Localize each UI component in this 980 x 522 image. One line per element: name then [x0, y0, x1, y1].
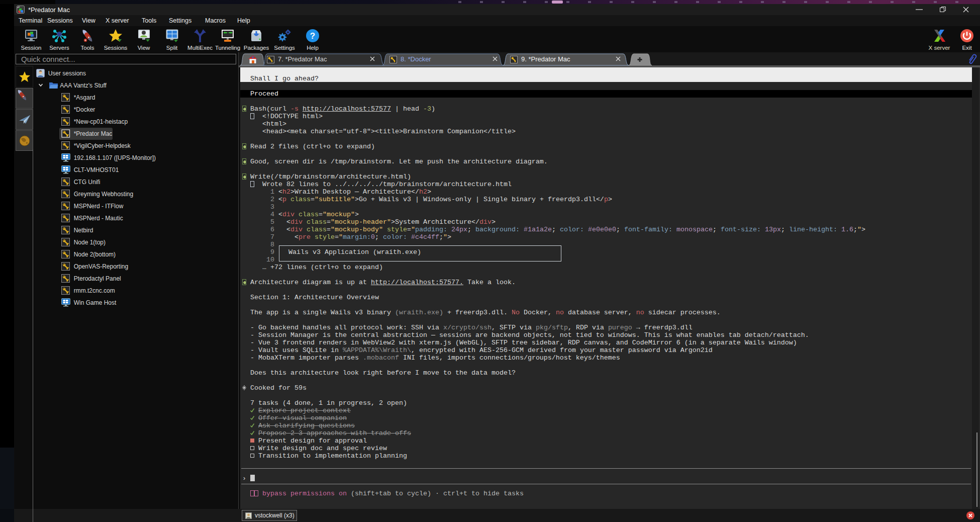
svg-text:?: ? — [310, 31, 315, 41]
